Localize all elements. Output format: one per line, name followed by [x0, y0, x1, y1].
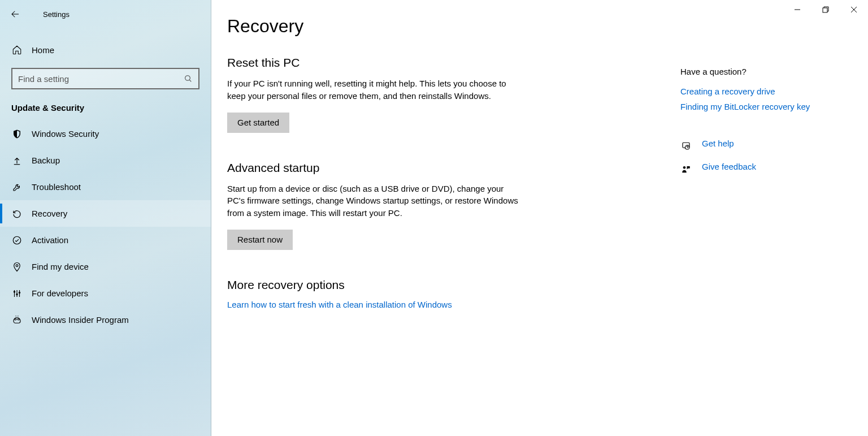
feedback-icon — [680, 165, 692, 175]
link-recovery-drive[interactable]: Creating a recovery drive — [680, 87, 850, 96]
search-input[interactable] — [18, 74, 184, 84]
sidebar-item-label: Windows Security — [23, 129, 99, 139]
svg-point-1 — [13, 236, 21, 244]
wrench-icon — [11, 182, 23, 192]
give-feedback-row[interactable]: Give feedback — [680, 162, 850, 177]
sidebar-item-troubleshoot[interactable]: Troubleshoot — [0, 174, 211, 200]
insider-icon — [11, 315, 23, 325]
section-heading: More recovery options — [227, 278, 589, 292]
give-feedback-link[interactable]: Give feedback — [702, 162, 756, 171]
section-heading: Reset this PC — [227, 56, 589, 70]
backup-icon — [11, 156, 23, 166]
recovery-icon — [11, 209, 23, 219]
svg-point-5 — [19, 292, 20, 293]
arrow-left-icon — [10, 9, 20, 19]
window-title: Settings — [28, 10, 70, 19]
section-advanced-startup: Advanced startup Start up from a device … — [227, 161, 589, 250]
section-more-recovery-options: More recovery options Learn how to start… — [227, 278, 589, 309]
sidebar-item-label: Backup — [23, 156, 60, 165]
sidebar-item-label: Windows Insider Program — [23, 315, 129, 325]
maximize-button[interactable] — [811, 0, 840, 19]
section-heading: Advanced startup — [227, 161, 589, 175]
help-icon — [680, 141, 692, 152]
minimize-icon — [794, 6, 801, 13]
home-icon — [11, 45, 23, 55]
sidebar-item-backup[interactable]: Backup — [0, 147, 211, 174]
minimize-button[interactable] — [783, 0, 811, 19]
get-started-button[interactable]: Get started — [227, 113, 289, 133]
section-reset-this-pc: Reset this PC If your PC isn't running w… — [227, 56, 589, 133]
learn-fresh-install-link[interactable]: Learn how to start fresh with a clean in… — [227, 300, 452, 309]
sidebar-item-home[interactable]: Home — [0, 37, 211, 62]
shield-icon — [11, 129, 23, 139]
get-help-link[interactable]: Get help — [702, 139, 734, 148]
search-container — [0, 62, 211, 89]
sidebar-item-recovery[interactable]: Recovery — [0, 200, 211, 227]
search-icon — [184, 74, 193, 83]
svg-point-3 — [14, 291, 15, 292]
get-help-row[interactable]: Get help — [680, 139, 850, 154]
aside: Have a question? Creating a recovery dri… — [680, 67, 850, 185]
titlebar-controls — [783, 0, 868, 19]
link-bitlocker-key[interactable]: Finding my BitLocker recovery key — [680, 102, 850, 111]
sidebar-header: Settings — [0, 3, 211, 25]
aside-question: Have a question? — [680, 67, 850, 76]
sidebar-item-label: Recovery — [23, 209, 67, 218]
app-root: Settings Home Update & Security Wind — [0, 0, 868, 436]
close-icon — [850, 6, 857, 13]
sidebar-item-windows-insider[interactable]: Windows Insider Program — [0, 307, 211, 333]
sidebar-item-label: Activation — [23, 235, 68, 245]
home-label: Home — [23, 45, 54, 55]
close-button[interactable] — [840, 0, 868, 19]
svg-point-4 — [16, 293, 18, 295]
sidebar-item-label: Find my device — [23, 262, 89, 271]
maximize-icon — [822, 6, 829, 13]
sidebar-item-label: Troubleshoot — [23, 182, 81, 192]
section-description: If your PC isn't running well, resetting… — [227, 77, 521, 102]
help-links: Get help Give feedback — [680, 139, 850, 177]
search-box[interactable] — [11, 68, 199, 89]
check-circle-icon — [11, 235, 23, 245]
svg-point-0 — [185, 76, 190, 81]
page-title: Recovery — [227, 16, 589, 37]
sidebar-item-activation[interactable]: Activation — [0, 227, 211, 253]
sidebar: Settings Home Update & Security Wind — [0, 0, 211, 436]
sidebar-item-find-my-device[interactable]: Find my device — [0, 253, 211, 280]
sidebar-item-windows-security[interactable]: Windows Security — [0, 120, 211, 147]
svg-point-10 — [683, 166, 686, 169]
back-button[interactable] — [10, 9, 28, 19]
svg-point-2 — [16, 264, 18, 266]
svg-rect-8 — [823, 8, 827, 12]
main-area: Recovery Reset this PC If your PC isn't … — [211, 0, 868, 436]
sidebar-item-for-developers[interactable]: For developers — [0, 280, 211, 307]
location-icon — [11, 262, 23, 272]
developers-icon — [11, 288, 23, 299]
sidebar-section-label: Update & Security — [0, 89, 211, 120]
sidebar-item-label: For developers — [23, 288, 88, 298]
restart-now-button[interactable]: Restart now — [227, 230, 293, 250]
nav-list: Windows Security Backup Troubleshoot Rec… — [0, 120, 211, 333]
section-description: Start up from a device or disc (such as … — [227, 183, 521, 219]
content: Recovery Reset this PC If your PC isn't … — [227, 16, 589, 436]
